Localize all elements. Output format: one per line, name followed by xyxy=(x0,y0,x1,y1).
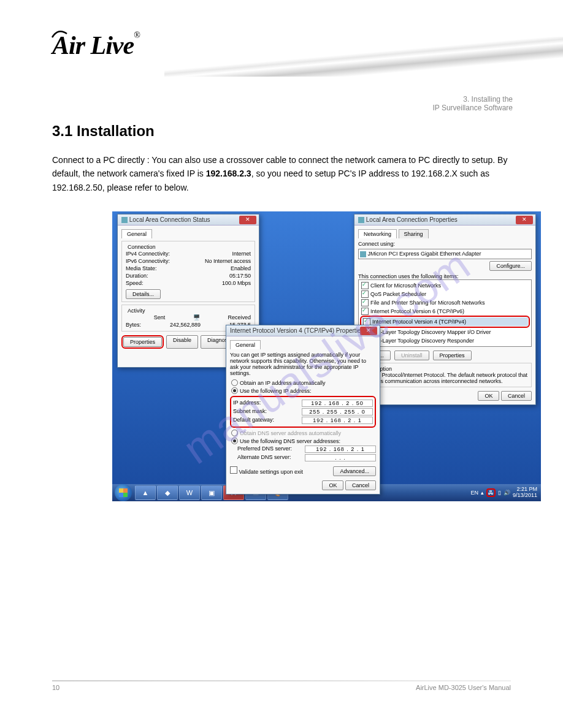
list-item: File and Printer Sharing for Microsoft N… xyxy=(360,298,530,307)
list-item: Internet Protocol Version 6 (TCP/IPv6) xyxy=(360,307,530,316)
header-decoration xyxy=(164,37,563,77)
tab-general[interactable]: General xyxy=(121,229,152,238)
clock[interactable]: 2:21 PM9/13/2011 xyxy=(513,487,537,499)
volume-icon[interactable]: 🔊 xyxy=(504,490,510,496)
window-icon xyxy=(121,217,128,223)
window-titlebar[interactable]: Local Area Connection Status ✕ xyxy=(118,214,259,226)
configure-button[interactable]: Configure... xyxy=(489,261,532,271)
body-paragraph: Connect to a PC directly : You can also … xyxy=(52,153,512,194)
tab-general[interactable]: General xyxy=(230,340,261,349)
start-button[interactable] xyxy=(115,484,132,501)
ok-button[interactable]: OK xyxy=(478,391,499,401)
fieldset-description: Description Control Protocol/Internet Pr… xyxy=(358,363,532,387)
radio-icon[interactable] xyxy=(231,438,238,444)
checkbox-icon[interactable] xyxy=(230,466,237,474)
section-title: 3.1 Installation xyxy=(52,123,155,140)
checkbox-icon[interactable] xyxy=(361,299,369,306)
checkbox-icon[interactable] xyxy=(361,282,369,289)
subnet-mask-input[interactable]: 255 . 255 . 255 . 0 xyxy=(302,408,373,415)
network-items-list[interactable]: Client for Microsoft Networks QoS Packet… xyxy=(358,279,532,347)
section-number: 3. Installing theIP Surveillance Softwar… xyxy=(432,95,513,112)
tab-sharing[interactable]: Sharing xyxy=(399,229,429,238)
language-indicator[interactable]: EN xyxy=(470,490,478,496)
close-icon[interactable]: ✕ xyxy=(516,216,533,224)
list-item: QoS Packet Scheduler xyxy=(360,290,530,298)
window-connection-properties: Local Area Connection Properties ✕ Netwo… xyxy=(354,214,536,405)
network-tray-icon[interactable]: 🖧 xyxy=(488,490,494,496)
page-number: 10 xyxy=(52,684,59,691)
ok-button[interactable]: OK xyxy=(322,480,343,490)
fieldset-connection: Connection IPv4 Connectivity:Internet IP… xyxy=(121,241,255,302)
system-tray: EN ▴ 🖧 ▯ 🔊 2:21 PM9/13/2011 xyxy=(470,487,541,499)
window-titlebar[interactable]: Local Area Connection Properties ✕ xyxy=(354,214,535,226)
page-footer: 10 AirLive MD-3025 User's Manual xyxy=(52,684,511,691)
list-item: Link-Layer Topology Discovery Responder xyxy=(360,336,530,345)
radio-icon[interactable] xyxy=(231,379,238,386)
tray-chevron-icon[interactable]: ▴ xyxy=(481,490,484,496)
close-icon[interactable]: ✕ xyxy=(360,327,377,335)
page-header: Air Live® xyxy=(0,0,563,80)
list-item: Link-Layer Topology Discovery Mapper I/O… xyxy=(360,328,530,336)
highlighted-item: Internet Protocol Version 4 (TCP/IPv4) xyxy=(360,316,530,328)
window-tcpip-properties: Internet Protocol Version 4 (TCP/IPv4) P… xyxy=(226,325,380,495)
network-icon: 🖥️ xyxy=(193,314,200,320)
uninstall-button: Uninstall xyxy=(394,351,429,360)
screenshot-figure: manualslive.com Local Area Connection St… xyxy=(112,211,541,501)
close-icon[interactable]: ✕ xyxy=(239,216,256,224)
checkbox-icon[interactable] xyxy=(361,308,369,315)
properties-button[interactable]: Properties xyxy=(123,337,162,347)
radio-icon[interactable] xyxy=(231,387,238,394)
tab-networking[interactable]: Networking xyxy=(358,229,397,238)
properties-button[interactable]: Properties xyxy=(433,351,472,360)
cancel-button[interactable]: Cancel xyxy=(501,391,532,401)
taskbar-app-icon[interactable]: ▲ xyxy=(135,485,156,500)
taskbar-app-icon[interactable]: ▣ xyxy=(201,485,222,500)
details-button[interactable]: Details... xyxy=(126,289,161,299)
list-item: Client for Microsoft Networks xyxy=(360,281,530,290)
window-titlebar[interactable]: Internet Protocol Version 4 (TCP/IPv4) P… xyxy=(226,325,380,336)
adapter-icon xyxy=(360,251,366,257)
dns2-input[interactable]: . . . xyxy=(305,454,376,461)
tray-icon[interactable]: ▯ xyxy=(498,490,501,496)
gateway-input[interactable]: 192 . 168 . 2 . 1 xyxy=(302,417,373,424)
dns1-input[interactable]: 192 . 168 . 2 . 1 xyxy=(305,446,376,453)
cancel-button[interactable]: Cancel xyxy=(345,480,376,490)
radio-icon xyxy=(231,430,238,436)
advanced-button[interactable]: Advanced... xyxy=(333,466,376,476)
document-title: AirLive MD-3025 User's Manual xyxy=(416,684,511,691)
list-item: Internet Protocol Version 4 (TCP/IPv4) xyxy=(362,317,528,326)
taskbar-app-icon[interactable]: W xyxy=(179,485,200,500)
disable-button[interactable]: Disable xyxy=(166,335,198,349)
checkbox-icon[interactable] xyxy=(361,290,369,298)
brand-logo: Air Live® xyxy=(52,31,140,60)
window-icon xyxy=(358,217,364,223)
ip-address-input[interactable]: 192 . 168 . 2 . 50 xyxy=(302,400,373,407)
taskbar-app-icon[interactable]: ◆ xyxy=(157,485,178,500)
